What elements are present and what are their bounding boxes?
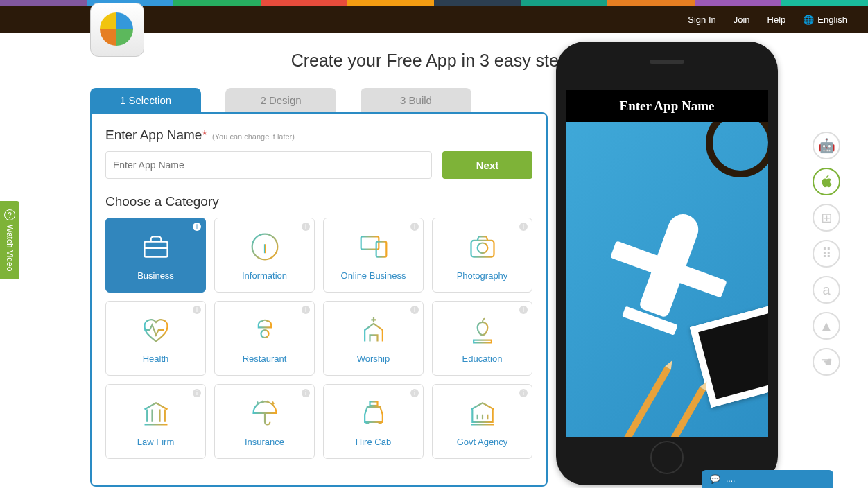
category-education[interactable]: iEducation — [432, 301, 532, 376]
tab-step-3[interactable]: 3 Build — [361, 88, 471, 112]
category-label: Health — [143, 354, 169, 364]
step-tabs: 1 Selection2 Design3 Build — [90, 88, 548, 112]
court-icon — [139, 397, 173, 430]
svg-rect-7 — [370, 401, 377, 406]
preview-app-title: Enter App Name — [566, 90, 768, 122]
platform-pointer-icon[interactable]: ☚ — [813, 348, 840, 376]
umbrella-icon — [248, 397, 281, 430]
briefcase-icon — [139, 230, 173, 263]
platform-windows-icon[interactable]: ⊞ — [813, 204, 840, 232]
platform-selector: 🤖⊞⠿a▲☚ — [813, 132, 840, 376]
globe-icon: 🌐 — [803, 15, 814, 25]
brand-logo[interactable] — [90, 3, 144, 57]
help-link[interactable]: Help — [767, 15, 786, 25]
camera-icon — [466, 230, 499, 263]
category-worship[interactable]: iWorship — [323, 301, 424, 376]
category-label: Govt Agency — [457, 437, 508, 447]
platform-blackberry-icon[interactable]: ⠿ — [813, 240, 840, 268]
phone-preview: Enter App Name — [556, 42, 778, 485]
chef-icon — [248, 313, 281, 347]
category-label: Photography — [457, 270, 508, 281]
category-title: Choose a Category — [105, 194, 532, 209]
language-selector[interactable]: 🌐 English — [803, 15, 847, 25]
svg-point-6 — [261, 330, 268, 338]
chat-text: .... — [726, 474, 735, 484]
category-label: Online Business — [341, 270, 406, 281]
category-hire-cab[interactable]: iHire Cab — [323, 384, 424, 459]
platform-warning-icon[interactable]: ▲ — [813, 312, 840, 340]
svg-rect-0 — [144, 241, 167, 256]
category-label: Information — [242, 270, 287, 281]
join-link[interactable]: Join — [734, 15, 750, 25]
category-online-business[interactable]: iOnline Business — [323, 218, 424, 293]
apple-book-icon — [466, 313, 499, 347]
next-button[interactable]: Next — [442, 151, 532, 179]
info-icon[interactable]: i — [193, 306, 201, 314]
info-icon[interactable]: i — [193, 223, 201, 231]
category-information[interactable]: iInformation — [214, 218, 315, 293]
info-icon[interactable]: i — [410, 223, 419, 231]
category-label: Worship — [357, 354, 390, 364]
info-icon[interactable]: i — [302, 306, 310, 314]
info-icon[interactable]: i — [519, 306, 528, 314]
category-law-firm[interactable]: iLaw Firm — [105, 384, 206, 459]
info-icon[interactable]: i — [193, 389, 201, 397]
category-business[interactable]: iBusiness — [105, 218, 206, 293]
category-label: Business — [137, 270, 174, 281]
tab-step-1[interactable]: 1 Selection — [90, 88, 201, 112]
category-label: Hire Cab — [356, 437, 391, 447]
category-health[interactable]: iHealth — [105, 301, 206, 376]
info-icon[interactable]: i — [519, 223, 528, 231]
selection-panel: Enter App Name* (You can change it later… — [90, 112, 548, 487]
info-icon[interactable]: i — [302, 223, 310, 231]
chat-icon: 💬 — [710, 474, 720, 484]
category-restaurant[interactable]: iRestaurant — [214, 301, 315, 376]
info-icon[interactable]: i — [302, 389, 310, 397]
language-label: English — [817, 15, 847, 25]
pie-chart-icon — [100, 12, 133, 46]
category-label: Law Firm — [137, 437, 174, 447]
category-label: Restaurant — [243, 354, 287, 364]
category-label: Insurance — [245, 437, 284, 447]
platform-android-icon[interactable]: 🤖 — [813, 132, 840, 159]
info-icon — [248, 230, 281, 263]
platform-amazon-icon[interactable]: a — [813, 276, 840, 304]
app-name-label: Enter App Name* (You can change it later… — [105, 128, 532, 143]
info-icon[interactable]: i — [519, 389, 528, 397]
chat-widget[interactable]: 💬 .... — [702, 470, 833, 488]
info-icon[interactable]: i — [410, 306, 419, 314]
church-icon — [357, 313, 390, 347]
signin-link[interactable]: Sign In — [688, 15, 715, 25]
category-label: Education — [462, 354, 503, 364]
tab-step-2[interactable]: 2 Design — [225, 88, 336, 112]
heartbeat-icon — [139, 313, 173, 347]
watch-video-tab[interactable]: Watch Video — [0, 201, 19, 279]
category-grid: iBusinessiInformationiOnline BusinessiPh… — [105, 218, 532, 459]
info-icon[interactable]: i — [410, 389, 419, 397]
devices-icon — [357, 230, 390, 263]
app-name-input[interactable] — [105, 151, 432, 179]
taxi-icon — [357, 397, 390, 430]
category-govt-agency[interactable]: iGovt Agency — [432, 384, 532, 459]
govt-icon — [466, 397, 499, 430]
svg-point-5 — [477, 243, 487, 253]
platform-apple-icon[interactable] — [813, 168, 840, 195]
preview-image — [566, 122, 768, 437]
category-insurance[interactable]: iInsurance — [214, 384, 315, 459]
category-photography[interactable]: iPhotography — [432, 218, 532, 293]
